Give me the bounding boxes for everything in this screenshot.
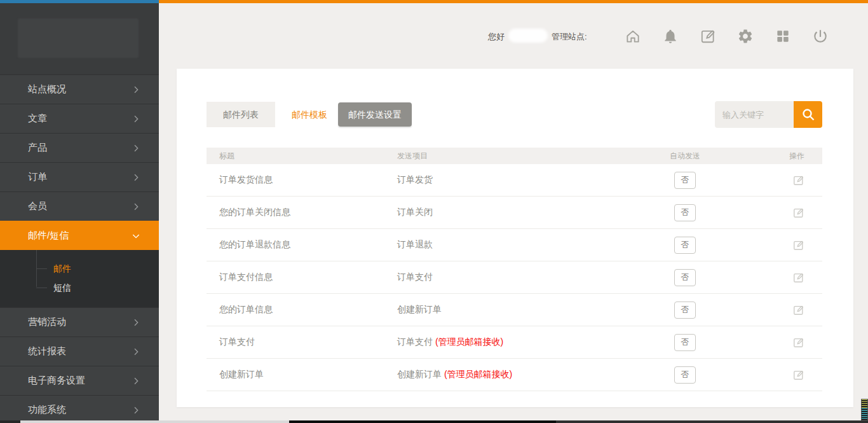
row-title: 您的订单关闭信息 xyxy=(207,207,397,218)
row-send-item: 订单关闭 xyxy=(397,207,645,218)
auto-send-toggle[interactable]: 否 xyxy=(674,366,696,384)
row-send-item: 订单发货 xyxy=(397,174,645,186)
template-table: 标题 发送项目 自动发送 操作 订单发货信息 订单发货 否 您的订单关闭信息 订… xyxy=(207,148,822,391)
search-bar xyxy=(715,101,822,128)
sidebar-item-label: 订单 xyxy=(28,171,131,183)
edit-icon[interactable] xyxy=(792,174,804,186)
sidebar-item[interactable]: 营销活动 xyxy=(0,307,159,336)
logo-placeholder xyxy=(18,18,139,58)
auto-send-toggle[interactable]: 否 xyxy=(674,302,696,319)
row-send-item: 订单支付 (管理员邮箱接收) xyxy=(397,336,645,348)
taskbar-sliver xyxy=(556,420,868,423)
logo-area xyxy=(0,3,159,74)
chevron-right-icon xyxy=(131,405,141,415)
chevron-right-icon xyxy=(131,347,141,357)
sidebar: 站点概况 文章 产品 订单 会员 邮件/短信 邮件短信 营销活动 统计报表 电子… xyxy=(0,3,159,420)
manage-site-label: 管理站点: xyxy=(552,31,587,43)
edit-icon[interactable] xyxy=(792,336,804,349)
topbar-orange-strip xyxy=(159,0,868,3)
sidebar-item[interactable]: 统计报表 xyxy=(0,336,159,366)
table-row: 订单支付 订单支付 (管理员邮箱接收) 否 xyxy=(207,326,822,359)
row-title: 创建新订单 xyxy=(207,369,397,380)
edit-icon[interactable] xyxy=(792,272,804,284)
header-icon-bar xyxy=(625,28,829,45)
search-icon xyxy=(801,107,816,122)
settings-icon[interactable] xyxy=(737,28,754,45)
sidebar-item[interactable]: 邮件/短信 xyxy=(0,221,159,250)
home-icon[interactable] xyxy=(625,28,641,45)
table-row: 订单支付信息 订单支付 否 xyxy=(207,261,822,294)
sidebar-submenu: 邮件短信 xyxy=(0,250,159,307)
chevron-right-icon xyxy=(131,376,141,386)
row-title: 订单支付 xyxy=(207,336,397,348)
sidebar-item-label: 站点概况 xyxy=(28,83,131,95)
chevron-right-icon xyxy=(131,114,141,124)
row-title: 您的订单信息 xyxy=(207,304,397,316)
sidebar-item-label: 会员 xyxy=(28,200,131,212)
row-send-item: 创建新订单 (管理员邮箱接收) xyxy=(397,369,645,380)
table-row: 您的订单信息 创建新订单 否 xyxy=(207,294,822,326)
sidebar-item-label: 文章 xyxy=(28,113,131,125)
tab-mail-template[interactable]: 邮件模板 xyxy=(275,102,344,127)
apps-icon[interactable] xyxy=(775,28,791,45)
auto-send-toggle[interactable]: 否 xyxy=(674,237,696,254)
auto-send-toggle[interactable]: 否 xyxy=(674,172,696,189)
username-redacted xyxy=(508,29,548,43)
greeting-text: 您好 xyxy=(488,31,505,43)
edit-icon[interactable] xyxy=(792,239,804,251)
table-row: 创建新订单 创建新订单 (管理员邮箱接收) 否 xyxy=(207,359,822,391)
sidebar-subitem[interactable]: 短信 xyxy=(53,278,159,297)
sidebar-item[interactable]: 站点概况 xyxy=(0,74,159,104)
power-icon[interactable] xyxy=(812,28,829,45)
chevron-right-icon xyxy=(131,143,141,153)
mail-send-settings-button[interactable]: 邮件发送设置 xyxy=(338,102,412,127)
tab-bar: 邮件列表 邮件模板 xyxy=(207,102,344,127)
sidebar-item[interactable]: 订单 xyxy=(0,162,159,191)
auto-send-toggle[interactable]: 否 xyxy=(674,269,696,286)
auto-send-toggle[interactable]: 否 xyxy=(674,204,696,221)
row-title: 您的订单退款信息 xyxy=(207,239,397,251)
sidebar-item[interactable]: 会员 xyxy=(0,191,159,221)
search-input[interactable] xyxy=(715,101,794,128)
sidebar-item[interactable]: 电子商务设置 xyxy=(0,366,159,395)
row-send-item: 订单支付 xyxy=(397,272,645,283)
chevron-right-icon xyxy=(131,231,141,241)
chevron-right-icon xyxy=(131,317,141,328)
edit-icon[interactable] xyxy=(792,207,804,219)
sidebar-item-label: 营销活动 xyxy=(28,316,131,328)
bell-icon[interactable] xyxy=(662,28,679,45)
sidebar-item-label: 统计报表 xyxy=(28,345,131,357)
search-button[interactable] xyxy=(794,101,822,128)
row-title: 订单发货信息 xyxy=(207,174,397,186)
col-header-send-item: 发送项目 xyxy=(397,151,645,162)
row-title: 订单支付信息 xyxy=(207,272,397,283)
table-row: 您的订单退款信息 订单退款 否 xyxy=(207,229,822,261)
sidebar-item-label: 产品 xyxy=(28,142,131,154)
taskbar-sliver xyxy=(289,420,556,423)
chevron-right-icon xyxy=(131,85,141,95)
taskbar-sliver xyxy=(0,420,20,423)
table-row: 订单发货信息 订单发货 否 xyxy=(207,164,822,197)
sidebar-item[interactable]: 文章 xyxy=(0,104,159,133)
row-send-item: 订单退款 xyxy=(397,239,645,251)
sidebar-menu: 站点概况 文章 产品 订单 会员 邮件/短信 邮件短信 营销活动 统计报表 电子… xyxy=(0,74,159,423)
sidebar-item-label: 电子商务设置 xyxy=(28,375,131,387)
sidebar-item-label: 功能系统 xyxy=(28,404,131,416)
table-header: 标题 发送项目 自动发送 操作 xyxy=(207,148,822,164)
tab-mail-list[interactable]: 邮件列表 xyxy=(207,102,275,127)
col-header-auto-send: 自动发送 xyxy=(645,151,725,162)
col-header-operation: 操作 xyxy=(725,151,822,162)
sidebar-item[interactable]: 功能系统 xyxy=(0,395,159,423)
sidebar-item[interactable]: 产品 xyxy=(0,133,159,162)
sidebar-subitem[interactable]: 邮件 xyxy=(53,259,159,278)
chevron-right-icon xyxy=(131,172,141,183)
tray-widget xyxy=(861,399,868,420)
compose-icon[interactable] xyxy=(700,28,716,45)
edit-icon[interactable] xyxy=(792,304,804,316)
col-header-title: 标题 xyxy=(207,151,397,162)
auto-send-toggle[interactable]: 否 xyxy=(674,334,696,351)
row-send-item: 创建新订单 xyxy=(397,304,645,316)
sidebar-item-label: 邮件/短信 xyxy=(28,230,131,242)
taskbar-sliver xyxy=(20,420,289,423)
edit-icon[interactable] xyxy=(792,369,804,381)
